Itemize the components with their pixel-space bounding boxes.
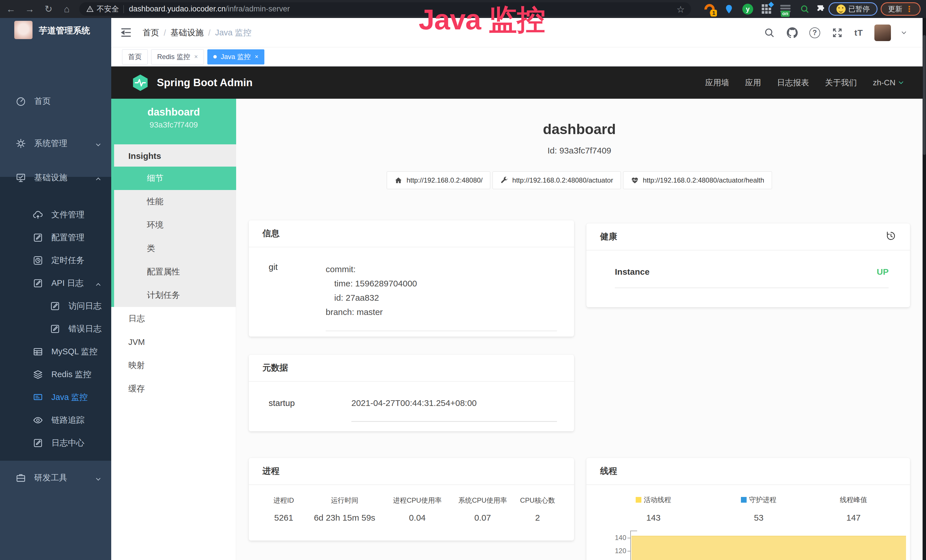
address-bar[interactable]: 不安全 dashboard.yudao.iocoder.cn/infra/adm… <box>79 2 691 16</box>
paused-label: 已暂停 <box>849 4 870 14</box>
sba-item-metrics[interactable]: 性能 <box>114 190 236 213</box>
instance-actuator-link[interactable]: http://192.168.0.2:48080/actuator <box>493 171 621 189</box>
sidebar-item-scheduled-job[interactable]: 定时任务 <box>0 249 111 272</box>
sidebar-item-config-manage[interactable]: 配置管理 <box>0 226 111 249</box>
extension-colorzilla-icon[interactable]: 1 <box>703 3 716 15</box>
divider <box>351 421 557 422</box>
sidebar-item-home[interactable]: 首页 <box>0 90 111 113</box>
breadcrumb-home[interactable]: 首页 <box>142 27 159 38</box>
col-header: 进程ID <box>263 496 304 505</box>
sba-item-classes[interactable]: 类 <box>114 237 236 260</box>
sba-item-env[interactable]: 环境 <box>114 213 236 237</box>
browser-menu-dots-icon[interactable]: ⋮ <box>905 4 913 14</box>
sba-nav-about[interactable]: 关于我们 <box>825 77 857 88</box>
y-tick-label: 140 <box>598 534 626 542</box>
sba-item-mappings[interactable]: 映射 <box>111 354 236 377</box>
font-size-icon[interactable]: tT <box>855 28 863 38</box>
cell-value: 0.07 <box>450 513 515 523</box>
sidebar-item-redis-monitor[interactable]: Redis 监控 <box>0 363 111 386</box>
sba-nav-wall[interactable]: 应用墙 <box>705 77 729 88</box>
extension-y-icon[interactable]: y <box>741 3 754 15</box>
stat-label: 活动线程 <box>644 495 671 504</box>
col-header: 系统CPU使用率 <box>450 496 515 505</box>
history-icon[interactable] <box>885 230 896 243</box>
browser-forward-button[interactable]: → <box>22 0 38 18</box>
chevron-down-icon <box>96 476 101 480</box>
extension-pin-icon[interactable] <box>723 3 735 15</box>
sba-item-logfile[interactable]: 日志 <box>111 307 236 330</box>
search-icon[interactable] <box>764 27 775 38</box>
sba-item-configprops[interactable]: 配置属性 <box>114 260 236 283</box>
user-avatar[interactable] <box>875 24 891 41</box>
screenshot-root: ← → ↻ ⌂ 不安全 dashboard.yudao.iocoder.cn/i… <box>0 0 926 560</box>
sidebar-item-system[interactable]: 系统管理 <box>0 132 111 155</box>
url-host: dashboard.yudao.iocoder.cn <box>129 5 225 13</box>
sba-item-jvm[interactable]: JVM <box>111 330 236 354</box>
health-card-title: 健康 <box>600 231 617 242</box>
extensions-puzzle-icon[interactable] <box>815 3 828 15</box>
breadcrumb-infra[interactable]: 基础设施 <box>171 27 204 38</box>
sidebar-item-access-log[interactable]: 访问日志 <box>0 295 111 318</box>
sba-instance-id: 93a3fc7f7409 <box>111 120 236 130</box>
instance-home-link[interactable]: http://192.168.0.2:48080/ <box>387 171 490 189</box>
sba-item-details[interactable]: 细节 <box>114 166 236 190</box>
fullscreen-icon[interactable] <box>832 27 843 38</box>
legend-swatch-live <box>635 497 642 502</box>
sba-instance-name: dashboard <box>111 106 236 118</box>
sba-nav-applications[interactable]: 应用 <box>745 77 761 88</box>
security-label: 不安全 <box>97 4 119 14</box>
heartbeat-icon <box>631 176 639 184</box>
sba-language-select[interactable]: zh-CN <box>873 78 903 87</box>
sba-brand-title[interactable]: Spring Boot Admin <box>157 77 253 89</box>
sidebar-item-java-monitor[interactable]: Java 监控 <box>0 386 111 409</box>
extension-switch-on-icon[interactable]: on <box>779 3 792 15</box>
browser-update-button[interactable]: 更新 ⋮ <box>881 2 921 16</box>
avatar-caret-icon[interactable] <box>902 30 906 34</box>
sidebar-item-log-center[interactable]: 日志中心 <box>0 431 111 454</box>
sba-insights-label: Insights <box>114 144 236 168</box>
github-icon[interactable] <box>787 27 798 38</box>
sidebar-item-error-log[interactable]: 错误日志 <box>0 318 111 341</box>
metadata-card-title: 元数据 <box>262 362 288 374</box>
sidebar-item-infra[interactable]: 基础设施 <box>0 166 111 189</box>
close-icon[interactable]: × <box>255 53 259 61</box>
info-card: 信息 git commit: time: 1596289704000 id: 2… <box>249 220 574 337</box>
sidebar-item-file-manage[interactable]: 文件管理 <box>0 203 111 226</box>
admin-sidebar: 芋道管理系统 首页 系统管理 基础设施 文件管理 配置管理 定时任务 API 日… <box>0 18 111 560</box>
extension-grid-icon[interactable] <box>760 3 773 15</box>
sidebar-item-dev-tools[interactable]: 研发工具 <box>0 466 111 489</box>
sidebar-item-api-log[interactable]: API 日志 <box>0 272 111 295</box>
instance-links-row: http://192.168.0.2:48080/ http://192.168… <box>236 171 923 189</box>
stat-label: 守护进程 <box>749 495 776 504</box>
sidebar-item-mysql-monitor[interactable]: MySQL 监控 <box>0 341 111 363</box>
health-status-badge: UP <box>877 267 889 277</box>
sba-item-scheduled[interactable]: 计划任务 <box>114 283 236 307</box>
breadcrumb: 首页 / 基础设施 / Java 监控 <box>142 27 251 38</box>
sba-item-caches[interactable]: 缓存 <box>111 377 236 401</box>
info-line: branch: master <box>326 305 557 319</box>
tab-redis-monitor[interactable]: Redis 监控 × <box>151 49 204 65</box>
tab-java-monitor[interactable]: Java 监控 × <box>207 49 264 65</box>
instance-health-link[interactable]: http://192.168.0.2:48080/actuator/health <box>623 171 772 189</box>
extension-badge: 1 <box>710 10 717 17</box>
chevron-down-icon <box>96 141 101 146</box>
scrollbar-thumb[interactable] <box>923 35 926 155</box>
info-line: time: 1596289704000 <box>326 277 557 291</box>
info-line: id: 27aa832 <box>326 291 557 305</box>
close-icon[interactable]: × <box>194 53 198 61</box>
profile-paused-chip[interactable]: 已暂停 <box>828 2 878 16</box>
sba-nav-journal[interactable]: 日志报表 <box>777 77 809 88</box>
extension-green-search-icon[interactable] <box>799 3 811 15</box>
sidebar-item-trace[interactable]: 链路追踪 <box>0 409 111 431</box>
health-instance-label[interactable]: Instance <box>615 267 650 277</box>
tab-home[interactable]: 首页 <box>122 49 148 65</box>
browser-reload-button[interactable]: ↻ <box>41 0 56 18</box>
browser-home-button[interactable]: ⌂ <box>59 0 75 18</box>
bookmark-star-icon[interactable]: ☆ <box>676 4 685 15</box>
help-icon[interactable]: ? <box>809 27 820 38</box>
browser-back-button[interactable]: ← <box>3 0 19 18</box>
threads-chart: 140 120 100 <box>586 529 910 560</box>
sidebar-collapse-icon[interactable] <box>120 26 132 39</box>
page-scrollbar[interactable] <box>923 18 926 560</box>
info-line: commit: <box>326 262 557 277</box>
